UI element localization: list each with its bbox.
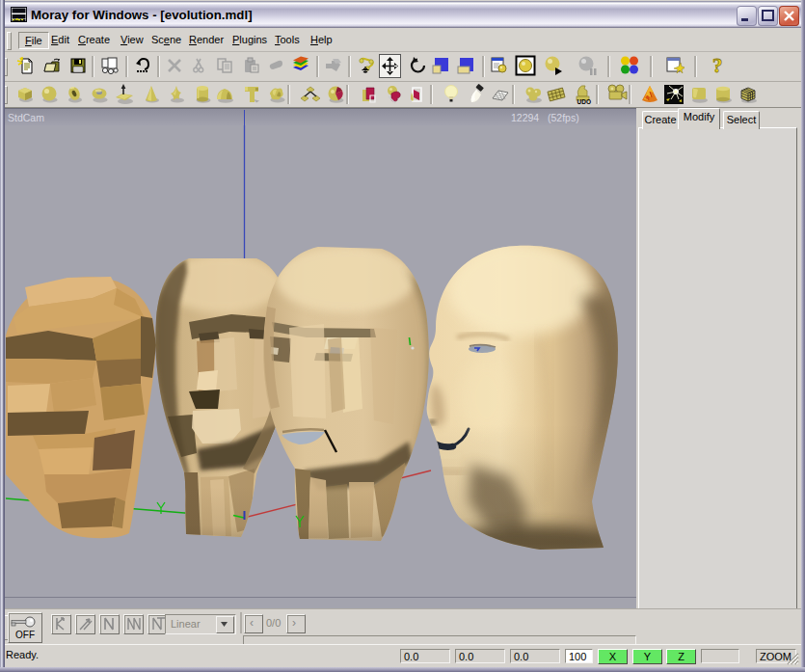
svg-text:?: ? — [712, 55, 723, 76]
svg-text:UDO: UDO — [577, 98, 591, 105]
